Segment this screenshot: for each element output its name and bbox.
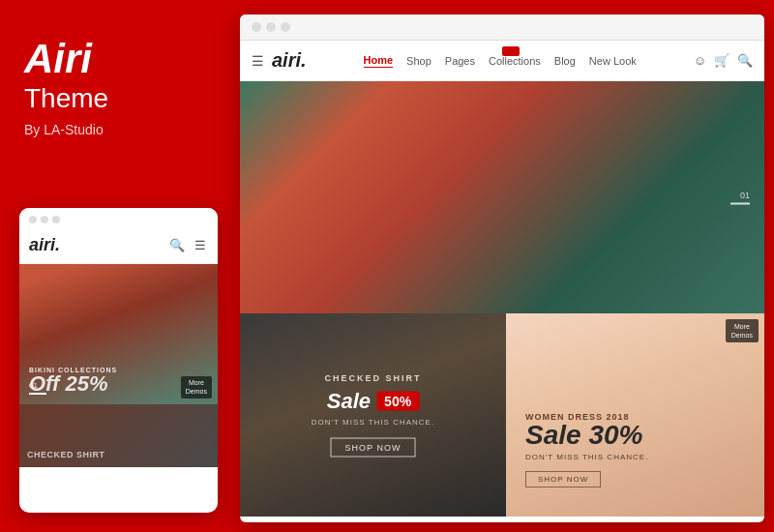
shop-now-button[interactable]: Shop Now [331,438,416,458]
hamburger-icon[interactable]: ☰ [252,53,264,69]
bottom-left-panel: CHECKED SHIRT Sale 50% DON'T MISS THIS C… [240,313,506,517]
theme-label: Theme [24,83,213,114]
nav-link-blog[interactable]: Blog [554,55,576,67]
mobile-dots [19,208,218,231]
hero-page-line [730,203,750,205]
nav-right: ☺ 🛒 🔍 [694,53,753,68]
mobile-logo: airi. [29,235,60,255]
more-demos-badge[interactable]: MoreDemos [726,319,759,342]
nav-badge [502,46,520,56]
mobile-more-demos[interactable]: MoreDemos [181,376,212,399]
mobile-dot-2 [41,216,48,223]
nav-left: ☰ airi. [252,49,307,72]
hero-section: 01 [240,81,764,313]
browser-dots [252,22,290,32]
checked-shirt-label: CHECKED SHIRT [250,373,496,383]
nav-link-collections[interactable]: Collections [489,55,541,67]
browser-dot-2 [266,22,276,32]
cart-icon[interactable]: 🛒 [714,53,729,68]
website-nav: ☰ airi. Home Shop Pages Collections Blog… [240,41,764,81]
mobile-menu-icon[interactable]: ☰ [193,238,208,253]
browser-mockup: ☰ airi. Home Shop Pages Collections Blog… [240,15,764,522]
mobile-hero: BIKINI COLLECTIONS Off 25% 01 MoreDemos [19,264,218,404]
mobile-page-indicator: 01 [29,381,46,395]
search-icon[interactable]: 🔍 [737,53,753,68]
hero-model-background [240,81,764,313]
mobile-header: airi. 🔍 ☰ [19,231,218,264]
hero-page-num: 01 [740,191,750,200]
bottom-right-overlay: Women Dress 2018 Sale 30% DON'T MISS THI… [525,412,648,488]
mobile-bottom-text: CHECKED SHIRT [27,450,105,459]
mobile-dot-1 [29,216,37,223]
browser-dot-3 [281,22,290,32]
user-icon[interactable]: ☺ [694,53,706,68]
nav-logo: airi. [272,49,307,72]
nav-link-pages[interactable]: Pages [445,55,475,67]
mobile-dot-3 [52,216,60,223]
sale-30-text: Sale 30% [525,422,648,449]
sale-word: Sale [327,389,371,414]
nav-link-home[interactable]: Home [364,54,394,68]
mobile-icons: 🔍 ☰ [169,238,208,253]
sale-badge-row: Sale 50% [250,389,496,414]
sale-pct-badge: 50% [376,392,419,411]
shop-now-button-right[interactable]: Shop Now [525,471,601,488]
dont-miss-text: DON'T MISS THIS CHANCE. [525,453,648,461]
nav-links: Home Shop Pages Collections Blog New Loo… [364,54,637,68]
nav-link-shop[interactable]: Shop [406,55,432,67]
browser-bar [240,15,764,41]
bottom-right-panel: Women Dress 2018 Sale 30% DON'T MISS THI… [506,313,764,517]
bottom-left-overlay: CHECKED SHIRT Sale 50% DON'T MISS THIS C… [240,364,506,467]
mobile-mockup: airi. 🔍 ☰ BIKINI COLLECTIONS Off 25% 01 … [19,208,218,513]
mobile-search-icon[interactable]: 🔍 [169,238,185,253]
browser-dot-1 [252,22,261,32]
mobile-page-line [29,393,46,395]
by-studio-label: By LA-Studio [24,122,213,137]
miss-chance-text: DON'T MISS THIS CHANCE. [250,418,496,427]
mobile-bottom-section: CHECKED SHIRT [19,404,218,467]
mobile-page-num: 01 [29,381,46,390]
brand-title: Airi [24,39,213,79]
nav-link-newlook[interactable]: New Look [589,55,637,67]
hero-page-indicator: 01 [730,191,750,205]
bottom-grid: CHECKED SHIRT Sale 50% DON'T MISS THIS C… [240,313,764,517]
